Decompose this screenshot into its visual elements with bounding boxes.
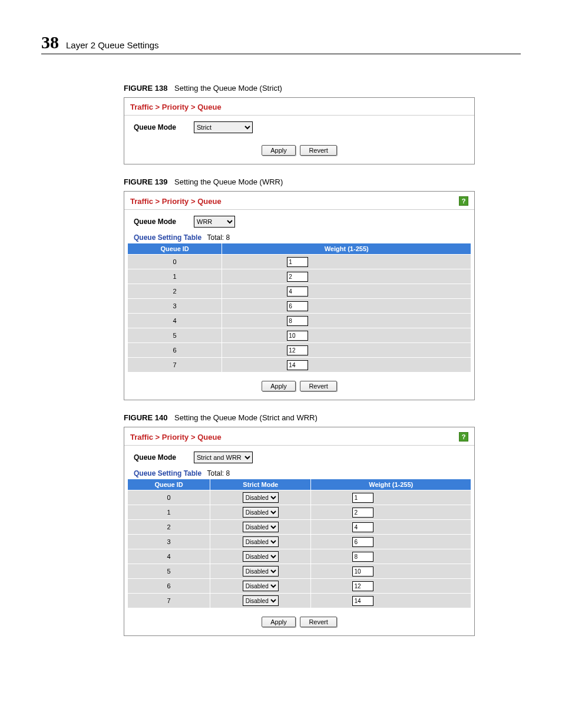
weight-input[interactable]: [352, 596, 373, 606]
strict-cell: Disabled: [210, 579, 311, 594]
weight-input[interactable]: [287, 301, 308, 311]
weight-input[interactable]: [352, 522, 373, 532]
weight-input[interactable]: [352, 566, 373, 577]
col-queue-id: Queue ID: [128, 479, 210, 490]
panel-wrr: Traffic > Priority > Queue ? Queue Mode …: [124, 191, 475, 400]
table-row: 1: [128, 269, 471, 284]
weight-cell: [311, 520, 471, 535]
breadcrumb: Traffic > Priority > Queue ?: [124, 427, 474, 446]
strict-cell: Disabled: [210, 564, 311, 579]
weight-input[interactable]: [287, 360, 308, 370]
weight-cell: [222, 314, 471, 328]
col-weight: Weight (1-255): [311, 479, 471, 490]
table-row: 3: [128, 299, 471, 314]
help-icon[interactable]: ?: [459, 432, 468, 442]
panel-strict-wrr: Traffic > Priority > Queue ? Queue Mode …: [124, 427, 475, 636]
weight-cell: [311, 579, 471, 594]
strict-mode-select[interactable]: Disabled: [243, 566, 279, 577]
table-row: 0: [128, 255, 471, 269]
weight-cell: [311, 490, 471, 505]
weight-input[interactable]: [352, 508, 373, 518]
queue-id-cell: 2: [128, 284, 222, 299]
queue-id-cell: 5: [128, 564, 210, 579]
revert-button[interactable]: Revert: [300, 381, 336, 391]
queue-setting-table-label: Queue Setting Table: [134, 233, 201, 242]
col-queue-id: Queue ID: [128, 243, 222, 255]
strict-mode-select[interactable]: Disabled: [243, 522, 279, 532]
strict-mode-select[interactable]: Disabled: [243, 492, 279, 503]
queue-id-cell: 6: [128, 343, 222, 358]
queue-id-cell: 0: [128, 490, 210, 505]
queue-table-strict-wrr: Queue ID Strict Mode Weight (1-255) 0Dis…: [127, 479, 471, 608]
weight-cell: [311, 564, 471, 579]
queue-mode-select[interactable]: WRR: [194, 216, 235, 228]
queue-id-cell: 3: [128, 535, 210, 549]
apply-button[interactable]: Apply: [262, 381, 296, 391]
weight-input[interactable]: [352, 552, 373, 562]
queue-mode-select[interactable]: Strict: [194, 121, 253, 133]
queue-id-cell: 0: [128, 255, 222, 269]
weight-input[interactable]: [287, 316, 308, 326]
weight-input[interactable]: [287, 331, 308, 341]
strict-mode-select[interactable]: Disabled: [243, 551, 279, 562]
queue-id-cell: 1: [128, 505, 210, 520]
table-row: 5Disabled: [128, 564, 471, 579]
table-row: 7: [128, 358, 471, 373]
weight-input[interactable]: [287, 272, 308, 282]
help-icon[interactable]: ?: [459, 196, 468, 206]
queue-id-cell: 4: [128, 549, 210, 564]
queue-mode-label: Queue Mode: [134, 453, 176, 462]
apply-button[interactable]: Apply: [262, 617, 296, 627]
apply-button[interactable]: Apply: [262, 145, 296, 156]
table-row: 6: [128, 343, 471, 358]
table-row: 0Disabled: [128, 490, 471, 505]
queue-mode-label: Queue Mode: [134, 123, 176, 131]
queue-id-cell: 1: [128, 269, 222, 284]
section-title: Layer 2 Queue Settings: [66, 40, 159, 50]
col-strict: Strict Mode: [210, 479, 311, 490]
queue-mode-select[interactable]: Strict and WRR: [194, 452, 253, 463]
chapter-number: 38: [41, 32, 59, 52]
weight-cell: [222, 284, 471, 299]
weight-input[interactable]: [287, 286, 308, 297]
table-row: 3Disabled: [128, 535, 471, 549]
page-header: 38 Layer 2 Queue Settings: [41, 32, 521, 54]
strict-cell: Disabled: [210, 594, 311, 608]
weight-cell: [222, 358, 471, 373]
weight-input[interactable]: [287, 345, 308, 355]
queue-setting-table-label: Queue Setting Table: [134, 469, 201, 477]
table-row: 2Disabled: [128, 520, 471, 535]
strict-mode-select[interactable]: Disabled: [243, 536, 279, 547]
table-row: 4: [128, 314, 471, 328]
table-row: 1Disabled: [128, 505, 471, 520]
breadcrumb: Traffic > Priority > Queue: [124, 98, 474, 116]
weight-input[interactable]: [352, 493, 373, 503]
queue-mode-label: Queue Mode: [134, 218, 176, 226]
queue-id-cell: 7: [128, 358, 222, 373]
strict-mode-select[interactable]: Disabled: [243, 595, 279, 606]
strict-mode-select[interactable]: Disabled: [243, 507, 279, 518]
table-row: 5: [128, 328, 471, 343]
strict-mode-select[interactable]: Disabled: [243, 581, 279, 591]
queue-id-cell: 5: [128, 328, 222, 343]
figure-138-caption: FIGURE 138 Setting the Queue Mode (Stric…: [124, 84, 521, 93]
strict-cell: Disabled: [210, 505, 311, 520]
weight-input[interactable]: [352, 581, 373, 591]
table-row: 7Disabled: [128, 594, 471, 608]
weight-cell: [222, 299, 471, 314]
queue-id-cell: 2: [128, 520, 210, 535]
queue-id-cell: 4: [128, 314, 222, 328]
figure-139-caption: FIGURE 139 Setting the Queue Mode (WRR): [124, 177, 521, 186]
weight-input[interactable]: [287, 257, 308, 267]
col-weight: Weight (1-255): [222, 243, 471, 255]
weight-cell: [311, 549, 471, 564]
table-row: 4Disabled: [128, 549, 471, 564]
weight-input[interactable]: [352, 537, 373, 547]
queue-id-cell: 3: [128, 299, 222, 314]
queue-table-wrr: Queue ID Weight (1-255) 01234567: [127, 243, 471, 373]
breadcrumb: Traffic > Priority > Queue ?: [124, 192, 474, 210]
queue-id-cell: 6: [128, 579, 210, 594]
revert-button[interactable]: Revert: [300, 617, 336, 627]
revert-button[interactable]: Revert: [300, 145, 336, 156]
strict-cell: Disabled: [210, 490, 311, 505]
